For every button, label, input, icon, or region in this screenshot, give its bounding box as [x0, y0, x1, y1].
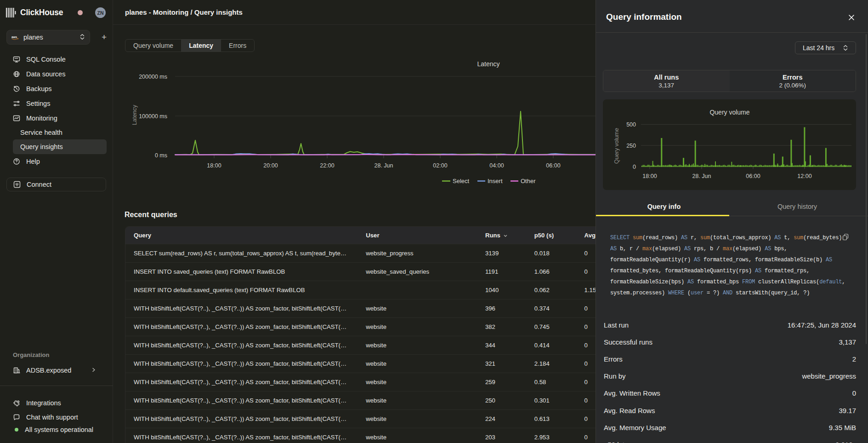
svg-text:100000 ms: 100000 ms	[139, 113, 167, 120]
svg-text:250: 250	[626, 143, 636, 149]
svg-text:28. Jun: 28. Jun	[692, 173, 711, 179]
svg-text:0 ms: 0 ms	[155, 152, 167, 159]
svg-text:aws: aws	[11, 35, 17, 38]
svg-text:Latency: Latency	[131, 104, 138, 125]
svg-text:02:00: 02:00	[433, 162, 447, 169]
svg-text:04:00: 04:00	[489, 162, 504, 169]
svg-text:06:00: 06:00	[746, 173, 760, 179]
svg-text:Latency: Latency	[477, 60, 499, 68]
svg-text:Select: Select	[453, 178, 470, 184]
svg-text:22:00: 22:00	[320, 162, 334, 169]
svg-text:Query volume: Query volume	[613, 128, 620, 164]
svg-text:20:00: 20:00	[263, 162, 278, 169]
svg-text:Query volume: Query volume	[709, 109, 749, 116]
svg-text:Other: Other	[521, 178, 536, 184]
svg-text:0: 0	[633, 164, 636, 170]
svg-text:18:00: 18:00	[642, 173, 657, 179]
svg-text:06:00: 06:00	[546, 162, 560, 169]
svg-text:28. Jun: 28. Jun	[374, 162, 393, 169]
svg-text:18:00: 18:00	[207, 162, 221, 169]
svg-text:12:00: 12:00	[797, 173, 811, 179]
svg-text:500: 500	[626, 121, 636, 128]
svg-text:Insert: Insert	[488, 178, 503, 184]
svg-text:200000 ms: 200000 ms	[139, 74, 167, 80]
